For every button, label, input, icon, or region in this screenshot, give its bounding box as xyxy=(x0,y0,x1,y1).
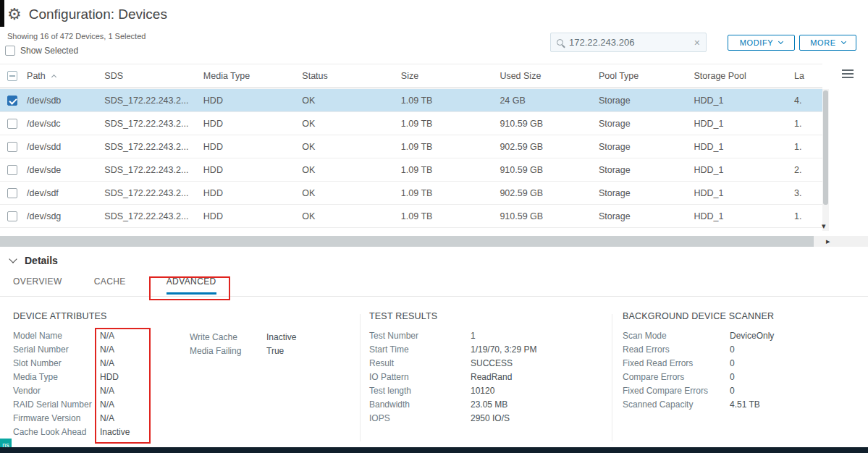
attr-label: Firmware Version xyxy=(13,413,100,423)
search-icon xyxy=(557,39,563,46)
section-divider xyxy=(360,314,361,441)
cell-size: 1.09 TB xyxy=(401,119,500,129)
section-heading: BACKGROUND DEVICE SCANNER xyxy=(623,311,861,321)
column-header-label: SDS xyxy=(104,71,123,81)
page: ⚙ Configuration: Devices Showing 16 of 4… xyxy=(0,0,868,453)
cell-storage-pool: HDD_1 xyxy=(694,165,794,175)
attr-value: N/A xyxy=(100,386,114,396)
table-row[interactable]: /dev/sde SDS_172.22.243.2... HDD OK 1.09… xyxy=(0,158,822,182)
scroll-down-icon[interactable]: ▾ xyxy=(822,221,826,231)
more-button[interactable]: MORE xyxy=(799,35,856,51)
cell-storage-pool: HDD_1 xyxy=(694,188,794,198)
column-header-last[interactable]: La xyxy=(794,71,822,81)
row-checkbox[interactable] xyxy=(7,211,17,221)
table-row[interactable]: /dev/sdd SDS_172.22.243.2... HDD OK 1.09… xyxy=(0,135,822,158)
attr-label: Fixed Compare Errors xyxy=(623,386,730,396)
cell-last: 1. xyxy=(794,211,822,221)
attr-value: 1/19/70, 3:29 PM xyxy=(471,344,536,355)
row-checkbox[interactable] xyxy=(7,165,17,175)
cell-last: 1. xyxy=(794,142,822,152)
tab-overview[interactable]: OVERVIEW xyxy=(13,276,62,295)
cell-pool-type: Storage xyxy=(599,165,694,175)
cell-pool-type: Storage xyxy=(599,96,694,106)
background-scanner-section: BACKGROUND DEVICE SCANNER Scan ModeDevic… xyxy=(623,311,861,411)
column-header-label: Used Size xyxy=(500,71,541,81)
search-value[interactable]: 172.22.243.206 xyxy=(569,37,688,48)
scroll-right-icon[interactable]: ▸ xyxy=(826,237,830,246)
cell-media-type: HDD xyxy=(203,96,303,106)
column-header-label: Status xyxy=(302,71,327,81)
chevron-down-icon xyxy=(778,39,783,44)
vertical-scrollbar-thumb[interactable] xyxy=(823,90,828,205)
section-heading: TEST RESULTS xyxy=(369,311,601,321)
tab-label: OVERVIEW xyxy=(13,276,62,287)
tab-advanced[interactable]: ADVANCED xyxy=(167,276,216,295)
select-all-checkbox[interactable] xyxy=(7,71,17,81)
column-header-size[interactable]: Size xyxy=(401,71,500,81)
cell-sds: SDS_172.22.243.2... xyxy=(104,119,203,129)
row-checkbox[interactable] xyxy=(7,96,17,106)
cell-last: 4. xyxy=(794,96,822,106)
show-selected-checkbox[interactable] xyxy=(5,46,15,56)
row-checkbox[interactable] xyxy=(7,188,17,198)
column-header-sds[interactable]: SDS xyxy=(104,71,203,81)
cell-sds: SDS_172.22.243.2... xyxy=(104,211,203,221)
modify-button[interactable]: MODIFY xyxy=(728,35,795,51)
row-checkbox[interactable] xyxy=(7,142,17,152)
attr-value: HDD xyxy=(100,372,119,382)
attr-label: Read Errors xyxy=(623,344,730,355)
column-header-label: Media Type xyxy=(203,71,250,81)
cell-last: 1. xyxy=(794,119,822,129)
cell-path: /dev/sdb xyxy=(27,96,104,106)
attr-value: 10120 xyxy=(471,386,494,396)
attr-value: ReadRand xyxy=(471,372,512,382)
attr-label: IO Pattern xyxy=(369,372,471,382)
cell-sds: SDS_172.22.243.2... xyxy=(104,165,203,175)
column-header-media-type[interactable]: Media Type xyxy=(203,71,303,81)
clear-search-icon[interactable]: × xyxy=(694,37,700,48)
attr-label: Vendor xyxy=(13,386,100,396)
column-header-pool-type[interactable]: Pool Type xyxy=(599,71,694,81)
cell-status: OK xyxy=(302,142,401,152)
attr-value: 0 xyxy=(730,372,735,382)
attr-label: Scanned Capacity xyxy=(623,399,730,410)
column-header-used-size[interactable]: Used Size xyxy=(500,71,599,81)
attr-label: Result xyxy=(369,358,471,368)
search-input[interactable]: 172.22.243.206 × xyxy=(550,33,707,52)
column-header-path[interactable]: Path xyxy=(27,71,104,81)
column-header-status[interactable]: Status xyxy=(302,71,401,81)
device-attributes-section-col2: Write CacheInactive Media FailingTrue xyxy=(190,330,349,357)
attr-value: N/A xyxy=(100,331,114,341)
attr-label: Slot Number xyxy=(13,358,100,368)
attr-label: Model Name xyxy=(13,331,100,341)
attr-label: Test Number xyxy=(369,331,471,341)
sort-asc-icon xyxy=(51,75,56,80)
attr-value: 0 xyxy=(730,386,735,396)
tab-cache[interactable]: CACHE xyxy=(94,276,126,295)
attr-label: Fixed Read Errors xyxy=(623,358,730,368)
details-toggle[interactable]: Details xyxy=(10,255,58,266)
cell-used-size: 910.59 GB xyxy=(500,119,599,129)
more-button-label: MORE xyxy=(810,38,835,47)
cell-used-size: 902.59 GB xyxy=(500,188,599,198)
table-row[interactable]: /dev/sdc SDS_172.22.243.2... HDD OK 1.09… xyxy=(0,112,822,135)
table-row[interactable]: /dev/sdb SDS_172.22.243.2... HDD OK 1.09… xyxy=(0,89,822,112)
attr-value: 23.05 MB xyxy=(471,399,507,410)
attr-value: SUCCESS xyxy=(471,358,513,368)
chevron-down-icon xyxy=(841,39,846,44)
horizontal-scrollbar-thumb[interactable] xyxy=(0,236,814,247)
column-header-label: La xyxy=(794,71,804,81)
horizontal-scrollbar[interactable] xyxy=(0,236,868,247)
attr-value: 2950 IO/S xyxy=(471,413,510,423)
attr-value: 4.51 TB xyxy=(730,399,760,410)
attr-label: Scan Mode xyxy=(623,331,730,341)
column-header-storage-pool[interactable]: Storage Pool xyxy=(694,71,794,81)
column-settings-icon[interactable] xyxy=(842,69,854,78)
table-row[interactable]: /dev/sdg SDS_172.22.243.2... HDD OK 1.09… xyxy=(0,205,822,228)
table-row[interactable]: /dev/sdf SDS_172.22.243.2... HDD OK 1.09… xyxy=(0,182,822,205)
column-header-label: Storage Pool xyxy=(694,71,746,81)
cell-status: OK xyxy=(302,188,401,198)
attr-label: IOPS xyxy=(369,413,471,423)
vertical-scrollbar[interactable] xyxy=(822,89,829,231)
row-checkbox[interactable] xyxy=(7,119,17,129)
